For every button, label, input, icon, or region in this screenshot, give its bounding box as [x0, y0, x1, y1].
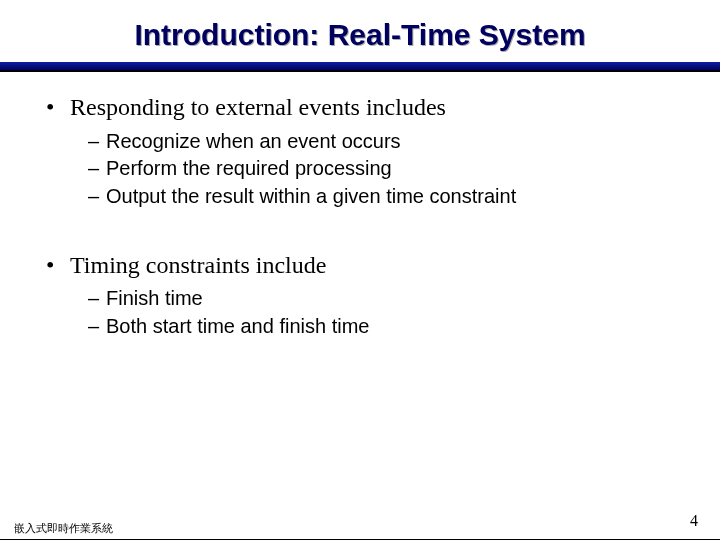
sub-bullet-item: Recognize when an event occurs	[88, 129, 680, 155]
sub-bullet-text: Output the result within a given time co…	[106, 185, 516, 207]
bullet-item: Responding to external events includes R…	[46, 92, 680, 210]
sub-bullet-item: Perform the required processing	[88, 156, 680, 182]
sub-bullet-list: Finish time Both start time and finish t…	[70, 286, 680, 339]
spacer	[46, 216, 680, 250]
slide: Introduction: Real-Time System Respondin…	[0, 18, 720, 540]
sub-bullet-list: Recognize when an event occurs Perform t…	[70, 129, 680, 210]
bullet-text: Timing constraints include	[70, 252, 326, 278]
title-rule	[0, 62, 720, 72]
bullet-text: Responding to external events includes	[70, 94, 446, 120]
slide-content: Responding to external events includes R…	[0, 72, 720, 339]
bullet-item: Timing constraints include Finish time B…	[46, 250, 680, 340]
sub-bullet-text: Both start time and finish time	[106, 315, 369, 337]
sub-bullet-item: Finish time	[88, 286, 680, 312]
sub-bullet-text: Finish time	[106, 287, 203, 309]
sub-bullet-text: Perform the required processing	[106, 157, 392, 179]
page-number: 4	[690, 512, 698, 530]
sub-bullet-text: Recognize when an event occurs	[106, 130, 401, 152]
title-rule-wrap	[0, 62, 720, 72]
slide-title: Introduction: Real-Time System	[0, 18, 720, 52]
bullet-list: Responding to external events includes R…	[46, 92, 680, 210]
footer-label: 嵌入式即時作業系統	[14, 521, 113, 536]
sub-bullet-item: Both start time and finish time	[88, 314, 680, 340]
bullet-list: Timing constraints include Finish time B…	[46, 250, 680, 340]
sub-bullet-item: Output the result within a given time co…	[88, 184, 680, 210]
